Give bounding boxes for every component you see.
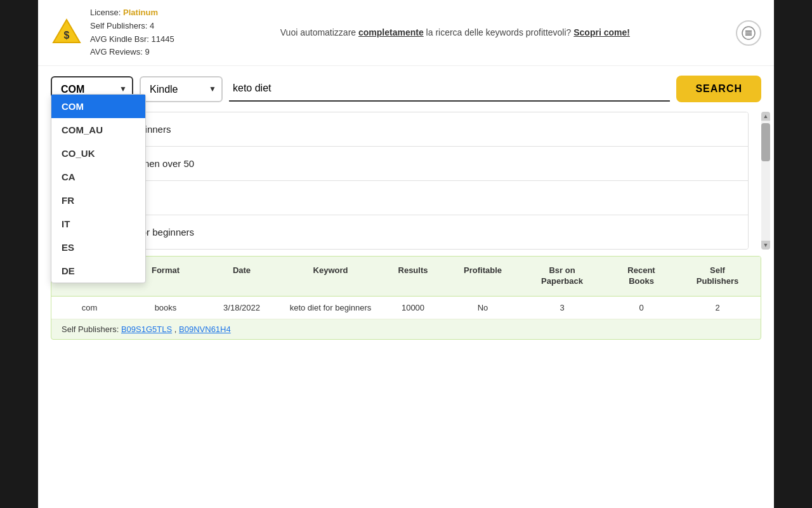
scrollbar-arrow-up[interactable]: ▲: [761, 112, 770, 121]
search-bar: COM COM_AU CO_UK CA FR IT ES DE ▼ Kindle…: [38, 66, 774, 112]
cell-market: com: [51, 297, 128, 319]
history-table: Market Format Date Keyword Results Profi…: [51, 256, 761, 340]
cell-keyword: keto diet for beginners: [280, 297, 381, 319]
hamburger-icon: [742, 26, 756, 40]
promo-link-scopri[interactable]: Scopri come!: [573, 27, 630, 37]
dropdown-option-it[interactable]: IT: [51, 212, 145, 236]
results-container: keto diet for beginners keto diet for wo…: [63, 112, 749, 250]
header-right: [736, 20, 761, 46]
license-value: Platinum: [123, 8, 158, 17]
table-row: com books 3/18/2022 keto diet for beginn…: [51, 297, 761, 319]
dropdown-option-com[interactable]: COM: [51, 95, 145, 118]
menu-button[interactable]: [736, 20, 761, 46]
license-label: License:: [90, 8, 121, 17]
search-input[interactable]: [229, 76, 670, 102]
reviews-label: AVG Reviews:: [90, 47, 143, 57]
col-results: Results: [381, 263, 445, 290]
result-row-4[interactable]: keto diet book for beginners: [64, 215, 748, 249]
col-recent-books: RecentBooks: [603, 263, 679, 290]
table-footer: Self Publishers: B09S1G5TLS , B09NVN61H4: [51, 319, 761, 339]
cell-profitable: No: [445, 297, 521, 319]
dropdown-option-de[interactable]: DE: [51, 259, 145, 283]
cell-bsr-paperback: 3: [521, 297, 603, 319]
dropdown-option-es[interactable]: ES: [51, 236, 145, 259]
kindle-bsr-label: AVG Kindle Bsr:: [90, 34, 149, 44]
result-row-1[interactable]: keto diet for beginners: [64, 112, 748, 147]
col-bsr-paperback: Bsr onPaperback: [521, 263, 603, 290]
header-stats: License: Platinum Self Publishers: 4 AVG…: [90, 6, 174, 59]
header-promo: Vuoi automatizzare completamente la rice…: [280, 25, 630, 39]
scrollbar-track: ▲ ▼: [761, 112, 770, 250]
cell-results: 10000: [381, 297, 445, 319]
dropdown-option-ca[interactable]: CA: [51, 165, 145, 189]
scrollbar-thumb[interactable]: [761, 123, 770, 161]
result-row-3[interactable]: keto diet plan: [64, 181, 748, 215]
results-area: keto diet for beginners keto diet for wo…: [51, 112, 761, 250]
format-select-wrapper: Kindle Books Paperback ▼: [140, 76, 223, 102]
cell-format: books: [128, 297, 204, 319]
search-button[interactable]: SEARCH: [676, 76, 761, 102]
logo-icon: $: [51, 17, 82, 49]
publisher-link-1[interactable]: B09S1G5TLS: [121, 324, 172, 334]
cell-recent-books: 0: [603, 297, 679, 319]
dropdown-option-fr[interactable]: FR: [51, 189, 145, 212]
promo-link-completamente[interactable]: completamente: [358, 27, 424, 37]
footer-separator: ,: [174, 324, 177, 334]
publisher-link-2[interactable]: B09NVN61H4: [179, 324, 231, 334]
dropdown-option-com-au[interactable]: COM_AU: [51, 118, 145, 142]
format-select[interactable]: Kindle Books Paperback: [140, 76, 223, 102]
col-profitable: Profitable: [445, 263, 521, 290]
header-left: $ License: Platinum Self Publishers: 4 A…: [51, 6, 174, 59]
col-keyword: Keyword: [280, 263, 381, 290]
col-date: Date: [204, 263, 280, 290]
col-self-publishers: SelfPublishers: [679, 263, 756, 290]
footer-label: Self Publishers:: [62, 324, 119, 334]
cell-date: 3/18/2022: [204, 297, 280, 319]
publishers-value: 4: [150, 21, 154, 30]
result-row-2[interactable]: keto diet for women over 50: [64, 147, 748, 181]
scrollbar-arrow-down[interactable]: ▼: [761, 241, 770, 250]
header: $ License: Platinum Self Publishers: 4 A…: [38, 0, 774, 66]
table-header: Market Format Date Keyword Results Profi…: [51, 257, 761, 297]
publishers-label: Self Publishers:: [90, 21, 147, 30]
svg-text:$: $: [64, 30, 70, 41]
promo-text: Vuoi automatizzare: [280, 27, 358, 37]
reviews-value: 9: [145, 47, 149, 57]
promo-text2: la ricerca delle keywords profittevoli?: [426, 27, 574, 37]
cell-self-publishers: 2: [679, 297, 756, 319]
market-dropdown: COM COM_AU CO_UK CA FR IT ES DE: [51, 94, 146, 283]
kindle-bsr-value: 11445: [152, 34, 174, 44]
dropdown-option-co-uk[interactable]: CO_UK: [51, 142, 145, 165]
